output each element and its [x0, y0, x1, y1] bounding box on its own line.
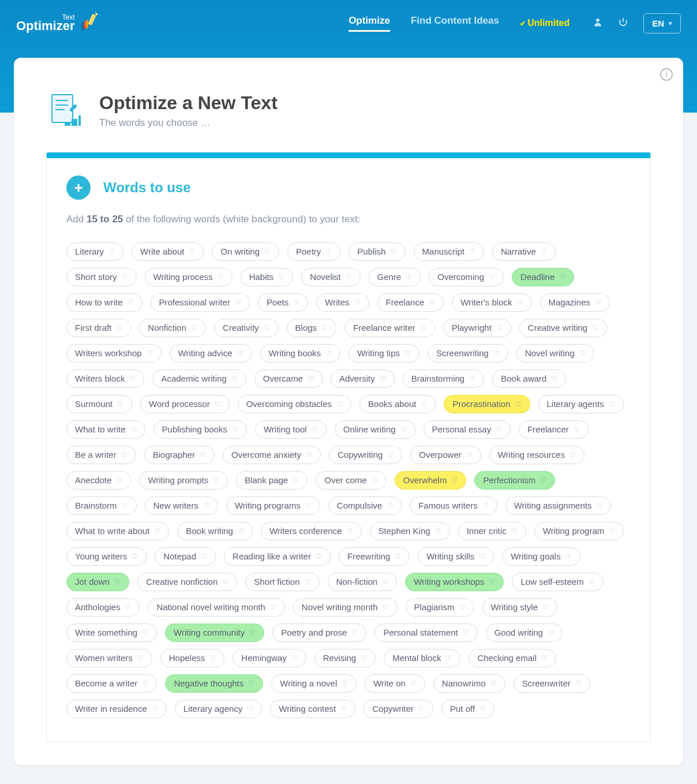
word-pill[interactable]: Become a writer♡ [66, 674, 157, 693]
word-pill[interactable]: Creativity♡ [214, 319, 279, 337]
word-pill[interactable]: Nonfiction♡ [139, 319, 206, 337]
word-pill[interactable]: Writer in residence♡ [66, 700, 167, 718]
heart-icon[interactable]: ♡ [354, 298, 361, 307]
word-pill[interactable]: Inner critic♡ [458, 522, 526, 540]
heart-icon[interactable]: ♡ [293, 298, 299, 307]
word-pill[interactable]: Notepad♡ [155, 547, 216, 566]
heart-icon[interactable]: ♡ [237, 349, 243, 357]
word-pill[interactable]: Brainstorming♡ [403, 369, 485, 388]
heart-icon[interactable]: ♡ [306, 451, 312, 459]
word-pill[interactable]: Biographer♡ [144, 446, 215, 464]
heart-icon[interactable]: ♡ [420, 324, 426, 332]
heart-icon[interactable]: ♡ [517, 298, 523, 307]
heart-icon[interactable]: ♡ [122, 273, 128, 281]
heart-icon[interactable]: ♡ [132, 552, 138, 561]
heart-icon[interactable]: ♡ [147, 349, 153, 357]
word-pill[interactable]: Young writers♡ [66, 547, 147, 566]
word-pill[interactable]: Deadline♡ [512, 268, 574, 286]
heart-icon[interactable]: ♡ [541, 654, 548, 662]
heart-icon[interactable]: ♡ [117, 400, 123, 408]
heart-icon[interactable]: ♡ [305, 578, 311, 586]
heart-icon[interactable]: ♡ [540, 476, 546, 484]
word-pill[interactable]: Publishing books♡ [153, 420, 247, 439]
heart-icon[interactable]: ♡ [209, 654, 216, 662]
heart-icon[interactable]: ♡ [137, 654, 144, 662]
expand-button[interactable]: + [66, 176, 91, 200]
heart-icon[interactable]: ♡ [291, 654, 298, 662]
word-pill[interactable]: Freelance♡ [377, 293, 444, 312]
heart-icon[interactable]: ♡ [340, 705, 347, 713]
word-pill[interactable]: Overcoming obstacles♡ [238, 395, 351, 413]
heart-icon[interactable]: ♡ [429, 298, 435, 307]
word-pill[interactable]: Publish♡ [348, 242, 405, 261]
word-pill[interactable]: Writing prompts♡ [139, 471, 228, 490]
heart-icon[interactable]: ♡ [116, 324, 122, 332]
heart-icon[interactable]: ♡ [421, 400, 427, 408]
heart-icon[interactable]: ♡ [387, 502, 393, 510]
word-pill[interactable]: Write on♡ [365, 674, 425, 693]
word-pill[interactable]: Nanowrimo♡ [433, 674, 505, 693]
heart-icon[interactable]: ♡ [278, 273, 284, 281]
word-pill[interactable]: First draft♡ [66, 319, 131, 337]
language-select[interactable]: EN ▾ [643, 13, 681, 33]
heart-icon[interactable]: ♡ [395, 552, 401, 561]
word-pill[interactable]: Writers conference♡ [261, 522, 362, 540]
heart-icon[interactable]: ♡ [361, 654, 367, 662]
word-pill[interactable]: Overwhelm♡ [395, 471, 467, 490]
heart-icon[interactable]: ♡ [203, 502, 209, 510]
heart-icon[interactable]: ♡ [305, 502, 312, 510]
word-pill[interactable]: Writing a novel♡ [271, 674, 357, 693]
heart-icon[interactable]: ♡ [342, 680, 348, 688]
word-pill[interactable]: Writer's block♡ [452, 293, 531, 312]
heart-icon[interactable]: ♡ [466, 451, 473, 459]
heart-icon[interactable]: ♡ [321, 324, 328, 332]
word-pill[interactable]: Write about♡ [132, 242, 204, 261]
heart-icon[interactable]: ♡ [451, 476, 458, 484]
heart-icon[interactable]: ♡ [121, 451, 128, 459]
word-pill[interactable]: Literary♡ [66, 242, 123, 261]
word-pill[interactable]: Copywriting♡ [329, 446, 402, 464]
word-pill[interactable]: Adversity♡ [331, 369, 395, 388]
heart-icon[interactable]: ♡ [479, 705, 486, 713]
word-pill[interactable]: Overcome anxiety♡ [223, 446, 321, 464]
word-pill[interactable]: Writing workshops♡ [405, 573, 504, 591]
nav-link-find-ideas[interactable]: Find Content Ideas [411, 15, 499, 32]
word-pill[interactable]: Poetry♡ [287, 242, 340, 261]
heart-icon[interactable]: ♡ [391, 248, 397, 256]
word-pill[interactable]: Blogs♡ [287, 319, 337, 337]
word-pill[interactable]: Overcame♡ [254, 369, 323, 388]
word-pill[interactable]: Stephen King♡ [370, 522, 450, 540]
word-pill[interactable]: What to write about♡ [66, 522, 169, 540]
word-pill[interactable]: Creative nonfiction♡ [137, 573, 237, 591]
heart-icon[interactable]: ♡ [574, 425, 580, 434]
word-pill[interactable]: Online writing♡ [335, 420, 415, 439]
word-pill[interactable]: Writing contest♡ [270, 700, 355, 718]
word-pill[interactable]: Manuscript♡ [414, 242, 484, 261]
word-pill[interactable]: Narrative♡ [492, 242, 556, 261]
heart-icon[interactable]: ♡ [122, 502, 128, 510]
heart-icon[interactable]: ♡ [479, 552, 485, 561]
heart-icon[interactable]: ♡ [387, 451, 394, 459]
heart-icon[interactable]: ♡ [346, 273, 352, 281]
heart-icon[interactable]: ♡ [482, 502, 489, 510]
heart-icon[interactable]: ♡ [579, 349, 586, 357]
heart-icon[interactable]: ♡ [264, 324, 270, 332]
heart-icon[interactable]: ♡ [249, 629, 256, 637]
heart-icon[interactable]: ♡ [496, 324, 503, 332]
heart-icon[interactable]: ♡ [469, 375, 475, 383]
heart-icon[interactable]: ♡ [383, 603, 389, 611]
word-pill[interactable]: Plagiarism♡ [406, 598, 474, 617]
heart-icon[interactable]: ♡ [114, 578, 121, 586]
word-pill[interactable]: Surmount♡ [66, 395, 132, 413]
word-pill[interactable]: Writers block♡ [66, 369, 144, 388]
heart-icon[interactable]: ♡ [511, 527, 518, 535]
word-pill[interactable]: Freewriting♡ [339, 547, 410, 566]
word-pill[interactable]: New writers♡ [145, 496, 218, 515]
word-pill[interactable]: Poetry and prose♡ [272, 624, 366, 642]
heart-icon[interactable]: ♡ [418, 705, 425, 713]
heart-icon[interactable]: ♡ [247, 705, 253, 713]
heart-icon[interactable]: ♡ [575, 680, 582, 688]
word-pill[interactable]: Writing programs♡ [226, 496, 320, 515]
word-pill[interactable]: Writing style♡ [482, 598, 557, 617]
word-pill[interactable]: Literary agents♡ [538, 395, 624, 413]
